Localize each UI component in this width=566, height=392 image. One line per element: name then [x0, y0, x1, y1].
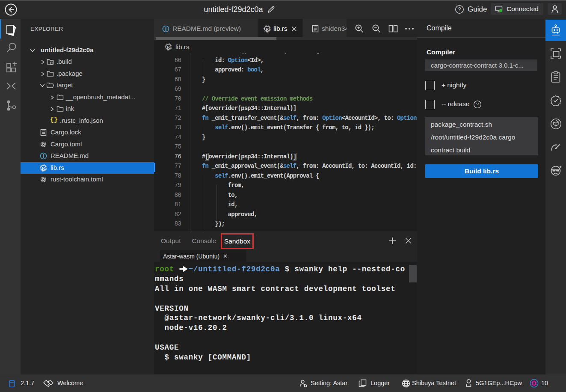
svg-text:?: ? [458, 6, 461, 12]
svg-text:R: R [167, 45, 171, 50]
svg-text:R: R [266, 26, 270, 31]
svg-text:?: ? [476, 102, 479, 107]
svg-text:R: R [42, 165, 46, 170]
